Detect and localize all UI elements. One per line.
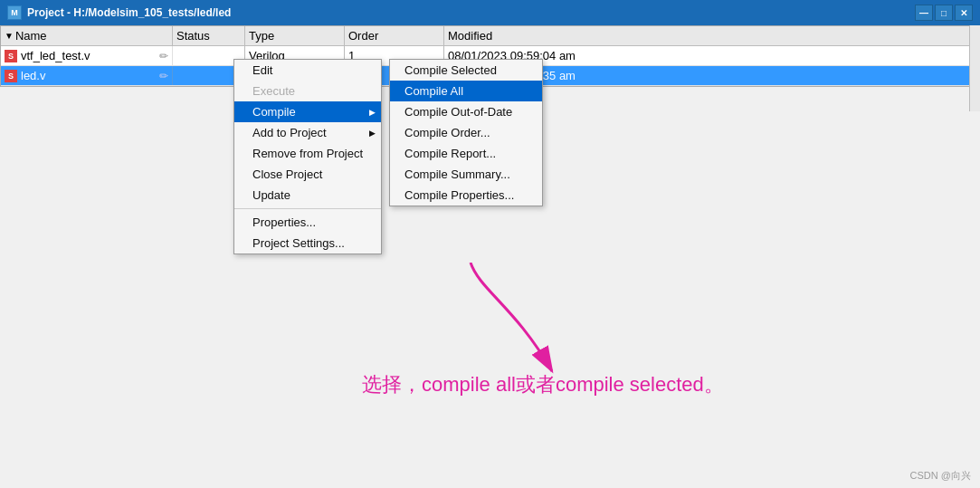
col-header-order: Order bbox=[345, 26, 444, 45]
row-name-cell: S vtf_led_test.v ✏ bbox=[1, 46, 173, 65]
menu-item-project-settings[interactable]: Project Settings... bbox=[234, 233, 381, 254]
file-icon: S bbox=[5, 50, 17, 62]
col-header-name: ▼ Name bbox=[1, 26, 173, 45]
menu-item-remove-from-project[interactable]: Remove from Project bbox=[234, 143, 381, 164]
menu-item-update[interactable]: Update bbox=[234, 185, 381, 206]
submenu-item-compile-properties[interactable]: Compile Properties... bbox=[390, 185, 542, 206]
title-bar-controls: — □ ✕ bbox=[915, 5, 973, 21]
table-header: ▼ Name Status Type Order Modified bbox=[1, 26, 979, 46]
submenu-compile: Compile Selected Compile All Compile Out… bbox=[389, 59, 543, 206]
menu-item-close-project[interactable]: Close Project bbox=[234, 164, 381, 185]
menu-item-execute: Execute bbox=[234, 81, 381, 101]
file-name: led.v bbox=[21, 69, 45, 82]
scrollbar[interactable] bbox=[969, 25, 980, 111]
menu-item-compile[interactable]: Compile bbox=[234, 101, 381, 122]
status-icon: ✏ bbox=[159, 50, 168, 62]
annotation-text: 选择，compile all或者compile selected。 bbox=[362, 371, 724, 398]
file-icon: S bbox=[5, 70, 17, 82]
context-menu: Edit Execute Compile Add to Project Remo… bbox=[233, 59, 382, 254]
watermark: CSDN @向兴 bbox=[910, 469, 971, 483]
window-title: Project - H:/Modelsim_105_tests/led/led bbox=[27, 6, 231, 19]
submenu-item-compile-all[interactable]: Compile All bbox=[390, 81, 542, 101]
submenu-item-compile-selected[interactable]: Compile Selected bbox=[390, 60, 542, 81]
menu-separator bbox=[234, 208, 381, 209]
close-button[interactable]: ✕ bbox=[955, 5, 973, 21]
row-name-cell: S led.v ✏ bbox=[1, 66, 173, 85]
col-header-type: Type bbox=[245, 26, 345, 45]
col-header-modified: Modified bbox=[444, 26, 979, 45]
menu-item-edit[interactable]: Edit bbox=[234, 60, 381, 81]
submenu-item-compile-summary[interactable]: Compile Summary... bbox=[390, 164, 542, 185]
minimize-button[interactable]: — bbox=[915, 5, 933, 21]
menu-item-properties[interactable]: Properties... bbox=[234, 212, 381, 233]
submenu-item-compile-order[interactable]: Compile Order... bbox=[390, 122, 542, 143]
menu-item-add-to-project[interactable]: Add to Project bbox=[234, 122, 381, 143]
maximize-button[interactable]: □ bbox=[935, 5, 953, 21]
col-header-status: Status bbox=[173, 26, 245, 45]
arrow-icon bbox=[434, 263, 597, 380]
app-icon: M bbox=[7, 5, 22, 20]
submenu-item-compile-report[interactable]: Compile Report... bbox=[390, 143, 542, 164]
title-bar: M Project - H:/Modelsim_105_tests/led/le… bbox=[0, 0, 980, 25]
status-icon: ✏ bbox=[159, 70, 168, 82]
file-name: vtf_led_test.v bbox=[21, 49, 90, 62]
title-bar-left: M Project - H:/Modelsim_105_tests/led/le… bbox=[7, 5, 231, 20]
submenu-item-compile-out-of-date[interactable]: Compile Out-of-Date bbox=[390, 101, 542, 122]
